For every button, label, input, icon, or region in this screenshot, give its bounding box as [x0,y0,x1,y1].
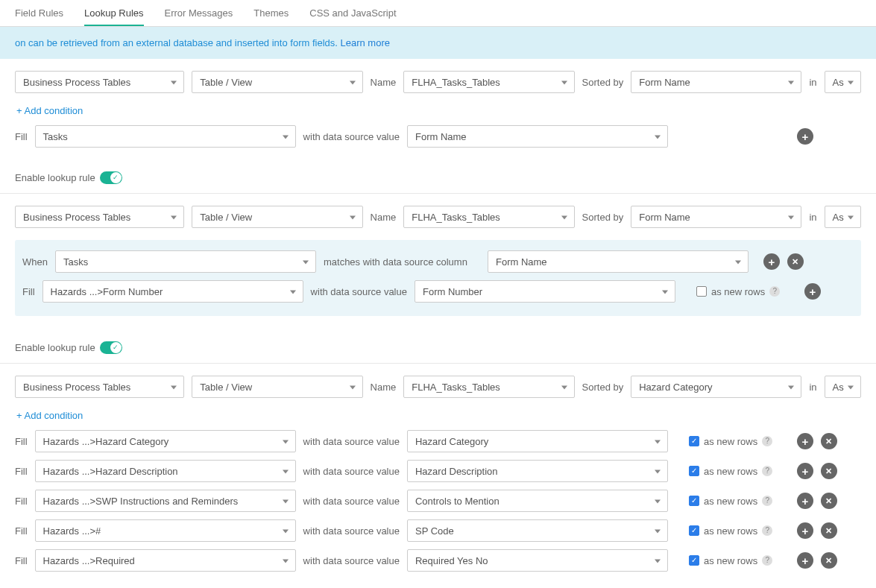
tab-bar: Field Rules Lookup Rules Error Messages … [0,0,876,27]
with-label: with data source value [303,496,400,507]
remove-condition-button[interactable] [787,253,804,270]
add-fill-button[interactable] [797,463,813,479]
data-source-value-dropdown[interactable]: Form Name [407,125,668,148]
tab-error-messages[interactable]: Error Messages [165,0,233,26]
enable-label: Enable lookup rule [15,342,95,353]
as-new-rows-checkbox[interactable] [696,286,707,297]
data-source-value-dropdown[interactable]: Controls to Mention [407,490,668,512]
data-source-value-dropdown[interactable]: Hazard Category [407,430,668,452]
lookup-rule: Business Process Tables Table / View Nam… [0,364,876,588]
in-label: in [809,77,816,88]
help-icon[interactable]: ? [762,525,772,536]
help-icon[interactable]: ? [762,466,772,476]
add-fill-button[interactable] [797,493,813,509]
fill-row: Fill Hazards ...># with data source valu… [15,519,861,542]
fill-row: Fill Hazards ...>Required with data sour… [15,549,861,572]
in-label: in [809,382,816,393]
sort-order-dropdown[interactable]: As [825,71,861,93]
with-label: with data source value [303,466,400,477]
add-fill-button[interactable] [797,128,813,145]
info-banner: on can be retrieved from an external dat… [0,27,876,59]
help-icon[interactable]: ? [762,555,772,566]
as-new-rows-checkbox[interactable] [689,466,699,476]
tab-lookup-rules[interactable]: Lookup Rules [84,0,144,26]
fill-field-dropdown[interactable]: Hazards ...>Hazard Category [35,430,296,452]
sort-order-dropdown[interactable]: As [825,206,861,228]
help-icon[interactable]: ? [762,496,772,506]
tab-themes[interactable]: Themes [253,0,289,26]
tableview-dropdown[interactable]: Table / View [192,71,362,93]
remove-fill-button[interactable] [821,522,837,539]
name-label: Name [371,77,397,88]
rule-header-row: Business Process Tables Table / View Nam… [15,206,861,228]
fill-row: Fill Tasks with data source value Form N… [15,125,861,148]
help-icon[interactable]: ? [762,436,772,446]
rule-header-row: Business Process Tables Table / View Nam… [15,71,861,93]
fill-label: Fill [22,286,35,297]
fill-field-dropdown[interactable]: Tasks [35,125,296,148]
add-condition-link[interactable]: + Add condition [16,410,83,421]
fill-label: Fill [15,466,28,477]
add-condition-button[interactable] [763,253,780,270]
enable-rule-row: Enable lookup rule [15,341,876,354]
as-new-rows-checkbox[interactable] [689,525,699,536]
fill-field-dropdown[interactable]: Hazards ...>Hazard Description [35,460,296,482]
as-new-rows-label: as new rows [704,555,757,566]
sorted-label: Sorted by [582,77,624,88]
data-source-value-dropdown[interactable]: SP Code [407,519,668,542]
fill-field-dropdown[interactable]: Hazards ...>Required [35,549,296,572]
name-dropdown[interactable]: FLHA_Tasks_Tables [403,206,574,228]
remove-fill-button[interactable] [821,493,837,509]
enable-rule-row: Enable lookup rule [15,171,876,184]
help-icon[interactable]: ? [769,286,780,297]
fill-row: Fill Hazards ...>Hazard Category with da… [15,430,861,452]
sort-order-dropdown[interactable]: As [825,376,861,398]
fill-field-dropdown[interactable]: Hazards ...>Form Number [42,280,303,303]
fill-row: Fill Hazards ...>Hazard Description with… [15,460,861,482]
remove-fill-button[interactable] [821,552,837,569]
source-dropdown[interactable]: Business Process Tables [15,206,184,228]
add-fill-button[interactable] [797,522,813,539]
as-new-rows-label: as new rows [711,286,765,297]
name-label: Name [371,382,397,393]
sorted-by-dropdown[interactable]: Form Name [631,206,801,228]
data-source-value-dropdown[interactable]: Required Yes No [407,549,668,572]
when-field-dropdown[interactable]: Tasks [55,250,316,273]
source-dropdown[interactable]: Business Process Tables [15,71,184,93]
lookup-rule: Business Process Tables Table / View Nam… [0,194,876,364]
name-dropdown[interactable]: FLHA_Tasks_Tables [403,376,574,398]
enable-toggle[interactable] [100,341,122,354]
sorted-by-dropdown[interactable]: Hazard Category [631,376,801,398]
lookup-rule: Business Process Tables Table / View Nam… [0,59,876,194]
add-condition-link[interactable]: + Add condition [16,105,83,116]
name-dropdown[interactable]: FLHA_Tasks_Tables [403,71,574,93]
data-source-value-dropdown[interactable]: Form Number [415,280,675,303]
fill-field-dropdown[interactable]: Hazards ...>SWP Instructions and Reminde… [35,490,296,512]
remove-fill-button[interactable] [821,463,837,479]
learn-more-link[interactable]: Learn more [340,37,389,48]
tab-css-js[interactable]: CSS and JavaScript [309,0,396,26]
add-fill-button[interactable] [804,283,821,300]
as-new-rows-checkbox[interactable] [689,496,699,506]
sorted-by-dropdown[interactable]: Form Name [631,71,801,93]
with-label: with data source value [303,525,400,537]
source-dropdown[interactable]: Business Process Tables [15,376,184,398]
as-new-rows-checkbox[interactable] [689,436,699,446]
tab-field-rules[interactable]: Field Rules [15,0,63,26]
tableview-dropdown[interactable]: Table / View [192,206,362,228]
fill-label: Fill [15,555,28,566]
remove-fill-button[interactable] [821,433,837,449]
add-fill-button[interactable] [797,552,813,569]
name-label: Name [371,212,397,223]
add-fill-button[interactable] [797,433,813,449]
data-source-value-dropdown[interactable]: Hazard Description [407,460,668,482]
rule-header-row: Business Process Tables Table / View Nam… [15,376,861,398]
tableview-dropdown[interactable]: Table / View [192,376,362,398]
with-label: with data source value [303,436,400,447]
matches-label: matches with data source column [324,256,480,268]
enable-toggle[interactable] [100,171,122,184]
fill-field-dropdown[interactable]: Hazards ...># [35,519,296,542]
matches-column-dropdown[interactable]: Form Name [488,250,749,273]
enable-label: Enable lookup rule [15,172,95,183]
as-new-rows-checkbox[interactable] [689,555,699,566]
